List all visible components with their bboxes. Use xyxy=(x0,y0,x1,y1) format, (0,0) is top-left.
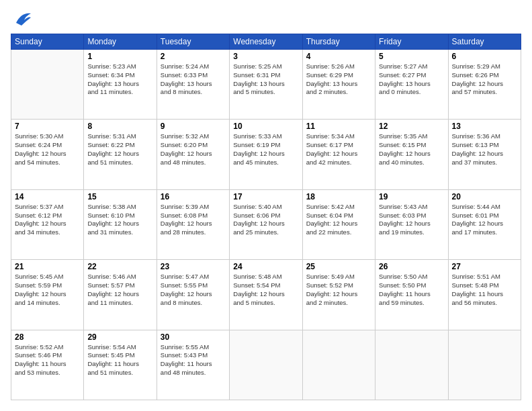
day-info: Sunrise: 5:52 AMSunset: 5:46 PMDaylight:… xyxy=(15,343,80,377)
calendar-cell: 23Sunrise: 5:47 AMSunset: 5:55 PMDayligh… xyxy=(157,260,229,330)
day-info: Sunrise: 5:46 AMSunset: 5:57 PMDaylight:… xyxy=(87,273,152,307)
day-number: 13 xyxy=(452,122,517,131)
calendar-cell xyxy=(448,330,521,400)
calendar-week-3: 21Sunrise: 5:45 AMSunset: 5:59 PMDayligh… xyxy=(11,260,521,330)
calendar-cell: 26Sunrise: 5:50 AMSunset: 5:50 PMDayligh… xyxy=(375,260,448,330)
day-info: Sunrise: 5:45 AMSunset: 5:59 PMDaylight:… xyxy=(15,273,80,307)
day-info: Sunrise: 5:54 AMSunset: 5:45 PMDaylight:… xyxy=(87,343,152,377)
day-info: Sunrise: 5:31 AMSunset: 6:22 PMDaylight:… xyxy=(87,132,152,167)
calendar-cell: 21Sunrise: 5:45 AMSunset: 5:59 PMDayligh… xyxy=(11,260,84,330)
weekday-header-monday: Monday xyxy=(84,34,157,50)
calendar-cell: 28Sunrise: 5:52 AMSunset: 5:46 PMDayligh… xyxy=(11,330,84,400)
weekday-header-saturday: Saturday xyxy=(448,34,521,50)
calendar-cell: 20Sunrise: 5:44 AMSunset: 6:01 PMDayligh… xyxy=(448,189,521,259)
day-info: Sunrise: 5:40 AMSunset: 6:06 PMDaylight:… xyxy=(233,203,298,237)
day-number: 24 xyxy=(233,262,298,271)
day-number: 10 xyxy=(233,122,298,131)
weekday-header-tuesday: Tuesday xyxy=(157,34,229,50)
calendar-cell xyxy=(11,50,84,120)
day-info: Sunrise: 5:34 AMSunset: 6:17 PMDaylight:… xyxy=(306,132,371,167)
day-info: Sunrise: 5:35 AMSunset: 6:15 PMDaylight:… xyxy=(379,132,444,167)
day-number: 22 xyxy=(87,262,152,271)
calendar-cell: 27Sunrise: 5:51 AMSunset: 5:48 PMDayligh… xyxy=(448,260,521,330)
day-number: 20 xyxy=(452,192,517,201)
calendar-cell: 9Sunrise: 5:32 AMSunset: 6:20 PMDaylight… xyxy=(157,120,229,189)
day-info: Sunrise: 5:32 AMSunset: 6:20 PMDaylight:… xyxy=(161,132,226,167)
calendar-cell: 4Sunrise: 5:26 AMSunset: 6:29 PMDaylight… xyxy=(302,50,375,120)
day-number: 7 xyxy=(15,122,80,131)
calendar-cell: 18Sunrise: 5:42 AMSunset: 6:04 PMDayligh… xyxy=(302,189,375,259)
calendar-cell: 14Sunrise: 5:37 AMSunset: 6:12 PMDayligh… xyxy=(11,189,84,259)
day-info: Sunrise: 5:49 AMSunset: 5:52 PMDaylight:… xyxy=(306,273,371,307)
day-number: 14 xyxy=(15,192,80,201)
calendar-week-2: 14Sunrise: 5:37 AMSunset: 6:12 PMDayligh… xyxy=(11,189,521,259)
day-number: 17 xyxy=(233,192,298,201)
calendar-cell: 8Sunrise: 5:31 AMSunset: 6:22 PMDaylight… xyxy=(84,120,157,189)
day-info: Sunrise: 5:33 AMSunset: 6:19 PMDaylight:… xyxy=(233,132,298,167)
day-info: Sunrise: 5:42 AMSunset: 6:04 PMDaylight:… xyxy=(306,203,371,237)
day-number: 5 xyxy=(379,52,444,61)
calendar-cell: 17Sunrise: 5:40 AMSunset: 6:06 PMDayligh… xyxy=(230,189,302,259)
day-info: Sunrise: 5:48 AMSunset: 5:54 PMDaylight:… xyxy=(233,273,298,307)
day-info: Sunrise: 5:29 AMSunset: 6:26 PMDaylight:… xyxy=(452,62,517,97)
day-info: Sunrise: 5:51 AMSunset: 5:48 PMDaylight:… xyxy=(452,273,517,307)
day-info: Sunrise: 5:43 AMSunset: 6:03 PMDaylight:… xyxy=(379,203,444,237)
day-number: 15 xyxy=(87,192,152,201)
day-number: 29 xyxy=(87,332,152,342)
day-number: 30 xyxy=(161,332,226,342)
day-number: 3 xyxy=(233,52,298,61)
day-number: 28 xyxy=(15,332,80,342)
weekday-header-row: SundayMondayTuesdayWednesdayThursdayFrid… xyxy=(11,34,521,50)
day-info: Sunrise: 5:26 AMSunset: 6:29 PMDaylight:… xyxy=(306,62,371,97)
day-info: Sunrise: 5:44 AMSunset: 6:01 PMDaylight:… xyxy=(452,203,517,237)
calendar-cell: 13Sunrise: 5:36 AMSunset: 6:13 PMDayligh… xyxy=(448,120,521,189)
day-info: Sunrise: 5:47 AMSunset: 5:55 PMDaylight:… xyxy=(161,273,226,307)
header xyxy=(11,11,521,26)
calendar-cell: 22Sunrise: 5:46 AMSunset: 5:57 PMDayligh… xyxy=(84,260,157,330)
calendar-cell: 3Sunrise: 5:25 AMSunset: 6:31 PMDaylight… xyxy=(230,50,302,120)
calendar-cell: 29Sunrise: 5:54 AMSunset: 5:45 PMDayligh… xyxy=(84,330,157,400)
calendar-cell: 11Sunrise: 5:34 AMSunset: 6:17 PMDayligh… xyxy=(302,120,375,189)
weekday-header-friday: Friday xyxy=(375,34,448,50)
day-info: Sunrise: 5:38 AMSunset: 6:10 PMDaylight:… xyxy=(87,203,152,237)
day-info: Sunrise: 5:25 AMSunset: 6:31 PMDaylight:… xyxy=(233,62,298,97)
logo-bird-icon xyxy=(12,11,31,26)
day-info: Sunrise: 5:37 AMSunset: 6:12 PMDaylight:… xyxy=(15,203,80,237)
calendar-cell: 5Sunrise: 5:27 AMSunset: 6:27 PMDaylight… xyxy=(375,50,448,120)
day-number: 9 xyxy=(161,122,226,131)
day-info: Sunrise: 5:50 AMSunset: 5:50 PMDaylight:… xyxy=(379,273,444,307)
day-info: Sunrise: 5:24 AMSunset: 6:33 PMDaylight:… xyxy=(161,62,226,97)
calendar-cell xyxy=(230,330,302,400)
calendar-cell: 2Sunrise: 5:24 AMSunset: 6:33 PMDaylight… xyxy=(157,50,229,120)
calendar-cell: 30Sunrise: 5:55 AMSunset: 5:43 PMDayligh… xyxy=(157,330,229,400)
day-info: Sunrise: 5:30 AMSunset: 6:24 PMDaylight:… xyxy=(15,132,80,167)
calendar-week-1: 7Sunrise: 5:30 AMSunset: 6:24 PMDaylight… xyxy=(11,120,521,189)
day-info: Sunrise: 5:36 AMSunset: 6:13 PMDaylight:… xyxy=(452,132,517,167)
day-info: Sunrise: 5:27 AMSunset: 6:27 PMDaylight:… xyxy=(379,62,444,97)
calendar-cell: 25Sunrise: 5:49 AMSunset: 5:52 PMDayligh… xyxy=(302,260,375,330)
calendar-week-4: 28Sunrise: 5:52 AMSunset: 5:46 PMDayligh… xyxy=(11,330,521,400)
calendar-cell: 19Sunrise: 5:43 AMSunset: 6:03 PMDayligh… xyxy=(375,189,448,259)
calendar-cell: 15Sunrise: 5:38 AMSunset: 6:10 PMDayligh… xyxy=(84,189,157,259)
calendar-cell xyxy=(302,330,375,400)
calendar-cell: 6Sunrise: 5:29 AMSunset: 6:26 PMDaylight… xyxy=(448,50,521,120)
day-number: 6 xyxy=(452,52,517,61)
calendar-cell: 7Sunrise: 5:30 AMSunset: 6:24 PMDaylight… xyxy=(11,120,84,189)
day-number: 26 xyxy=(379,262,444,271)
day-info: Sunrise: 5:39 AMSunset: 6:08 PMDaylight:… xyxy=(161,203,226,237)
day-number: 16 xyxy=(161,192,226,201)
calendar-week-0: 1Sunrise: 5:23 AMSunset: 6:34 PMDaylight… xyxy=(11,50,521,120)
weekday-header-thursday: Thursday xyxy=(302,34,375,50)
weekday-header-sunday: Sunday xyxy=(11,34,84,50)
weekday-header-wednesday: Wednesday xyxy=(230,34,302,50)
calendar-table: SundayMondayTuesdayWednesdayThursdayFrid… xyxy=(11,34,521,400)
page: SundayMondayTuesdayWednesdayThursdayFrid… xyxy=(0,0,532,411)
calendar-cell: 10Sunrise: 5:33 AMSunset: 6:19 PMDayligh… xyxy=(230,120,302,189)
calendar-cell: 24Sunrise: 5:48 AMSunset: 5:54 PMDayligh… xyxy=(230,260,302,330)
day-number: 27 xyxy=(452,262,517,271)
day-number: 4 xyxy=(306,52,371,61)
day-number: 19 xyxy=(379,192,444,201)
calendar-cell: 12Sunrise: 5:35 AMSunset: 6:15 PMDayligh… xyxy=(375,120,448,189)
calendar-cell xyxy=(375,330,448,400)
calendar-cell: 1Sunrise: 5:23 AMSunset: 6:34 PMDaylight… xyxy=(84,50,157,120)
